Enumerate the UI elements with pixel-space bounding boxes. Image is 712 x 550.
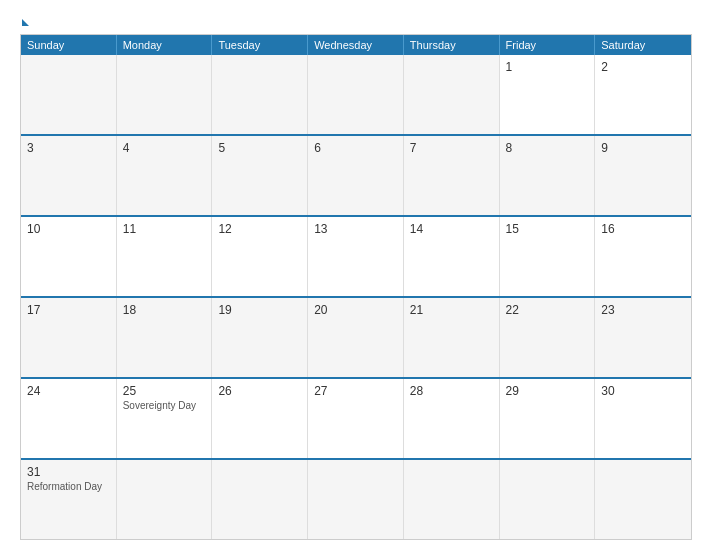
cal-cell-week6-day2 [212, 460, 308, 539]
cal-cell-week4-day2: 19 [212, 298, 308, 377]
cal-cell-week5-day1: 25Sovereignty Day [117, 379, 213, 458]
cal-cell-week2-day2: 5 [212, 136, 308, 215]
day-number: 16 [601, 222, 685, 236]
calendar-week-2: 3456789 [21, 134, 691, 215]
day-number: 10 [27, 222, 110, 236]
day-number: 19 [218, 303, 301, 317]
day-number: 29 [506, 384, 589, 398]
cal-cell-week2-day6: 9 [595, 136, 691, 215]
cal-cell-week6-day0: 31Reformation Day [21, 460, 117, 539]
cal-cell-week6-day6 [595, 460, 691, 539]
day-number: 7 [410, 141, 493, 155]
cal-cell-week1-day2 [212, 55, 308, 134]
header [20, 18, 692, 26]
cal-cell-week2-day0: 3 [21, 136, 117, 215]
calendar-week-4: 17181920212223 [21, 296, 691, 377]
cal-cell-week5-day4: 28 [404, 379, 500, 458]
cal-cell-week1-day6: 2 [595, 55, 691, 134]
day-number: 28 [410, 384, 493, 398]
cal-cell-week3-day1: 11 [117, 217, 213, 296]
cal-cell-week3-day0: 10 [21, 217, 117, 296]
calendar-week-6: 31Reformation Day [21, 458, 691, 539]
cal-cell-week3-day4: 14 [404, 217, 500, 296]
cal-cell-week5-day0: 24 [21, 379, 117, 458]
day-number: 18 [123, 303, 206, 317]
calendar-header-row: SundayMondayTuesdayWednesdayThursdayFrid… [21, 35, 691, 55]
day-number: 26 [218, 384, 301, 398]
calendar-week-3: 10111213141516 [21, 215, 691, 296]
cal-cell-week4-day5: 22 [500, 298, 596, 377]
cal-cell-week1-day1 [117, 55, 213, 134]
page: SundayMondayTuesdayWednesdayThursdayFrid… [0, 0, 712, 550]
cal-cell-week5-day2: 26 [212, 379, 308, 458]
day-number: 20 [314, 303, 397, 317]
calendar-body: 1234567891011121314151617181920212223242… [21, 55, 691, 539]
day-number: 3 [27, 141, 110, 155]
day-number: 24 [27, 384, 110, 398]
logo [20, 18, 29, 26]
day-number: 22 [506, 303, 589, 317]
cal-header-tuesday: Tuesday [212, 35, 308, 55]
day-number: 1 [506, 60, 589, 74]
cal-cell-week6-day5 [500, 460, 596, 539]
cal-cell-week5-day5: 29 [500, 379, 596, 458]
cal-cell-week3-day3: 13 [308, 217, 404, 296]
day-number: 21 [410, 303, 493, 317]
day-number: 12 [218, 222, 301, 236]
cal-header-friday: Friday [500, 35, 596, 55]
cal-header-wednesday: Wednesday [308, 35, 404, 55]
day-number: 17 [27, 303, 110, 317]
day-number: 9 [601, 141, 685, 155]
cal-cell-week5-day3: 27 [308, 379, 404, 458]
calendar-week-5: 2425Sovereignty Day2627282930 [21, 377, 691, 458]
day-number: 6 [314, 141, 397, 155]
cal-header-thursday: Thursday [404, 35, 500, 55]
logo-blue-text [20, 18, 29, 26]
cal-header-saturday: Saturday [595, 35, 691, 55]
day-number: 15 [506, 222, 589, 236]
holiday-label: Sovereignty Day [123, 400, 206, 411]
cal-header-sunday: Sunday [21, 35, 117, 55]
cal-header-monday: Monday [117, 35, 213, 55]
cal-cell-week4-day1: 18 [117, 298, 213, 377]
cal-cell-week2-day1: 4 [117, 136, 213, 215]
cal-cell-week2-day3: 6 [308, 136, 404, 215]
holiday-label: Reformation Day [27, 481, 110, 492]
day-number: 4 [123, 141, 206, 155]
cal-cell-week3-day6: 16 [595, 217, 691, 296]
calendar: SundayMondayTuesdayWednesdayThursdayFrid… [20, 34, 692, 540]
cal-cell-week2-day5: 8 [500, 136, 596, 215]
cal-cell-week1-day3 [308, 55, 404, 134]
day-number: 11 [123, 222, 206, 236]
cal-cell-week3-day5: 15 [500, 217, 596, 296]
cal-cell-week6-day3 [308, 460, 404, 539]
cal-cell-week6-day1 [117, 460, 213, 539]
day-number: 31 [27, 465, 110, 479]
cal-cell-week4-day4: 21 [404, 298, 500, 377]
day-number: 30 [601, 384, 685, 398]
cal-cell-week1-day5: 1 [500, 55, 596, 134]
cal-cell-week1-day4 [404, 55, 500, 134]
cal-cell-week6-day4 [404, 460, 500, 539]
day-number: 5 [218, 141, 301, 155]
day-number: 8 [506, 141, 589, 155]
day-number: 14 [410, 222, 493, 236]
cal-cell-week4-day6: 23 [595, 298, 691, 377]
calendar-week-1: 12 [21, 55, 691, 134]
day-number: 13 [314, 222, 397, 236]
day-number: 27 [314, 384, 397, 398]
cal-cell-week4-day0: 17 [21, 298, 117, 377]
cal-cell-week1-day0 [21, 55, 117, 134]
cal-cell-week5-day6: 30 [595, 379, 691, 458]
cal-cell-week4-day3: 20 [308, 298, 404, 377]
logo-triangle-icon [22, 19, 29, 26]
day-number: 25 [123, 384, 206, 398]
day-number: 2 [601, 60, 685, 74]
day-number: 23 [601, 303, 685, 317]
cal-cell-week3-day2: 12 [212, 217, 308, 296]
cal-cell-week2-day4: 7 [404, 136, 500, 215]
